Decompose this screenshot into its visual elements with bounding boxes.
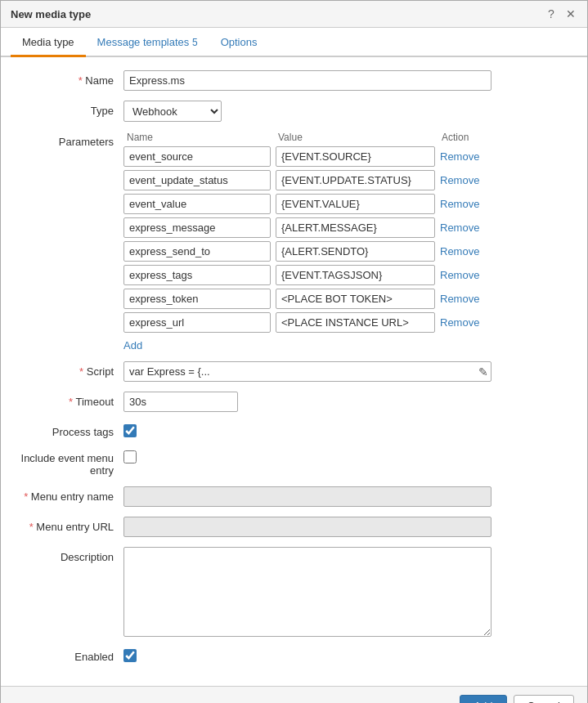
- parameters-row: Parameters Name Value Action RemoveRemov…: [17, 132, 571, 352]
- script-input[interactable]: [123, 361, 491, 382]
- param-name-input[interactable]: [123, 265, 271, 285]
- tab-media-type[interactable]: Media type: [11, 28, 86, 57]
- remove-param-link[interactable]: Remove: [440, 269, 479, 281]
- param-value-input[interactable]: [276, 217, 435, 238]
- description-textarea[interactable]: [123, 547, 491, 637]
- param-name-input[interactable]: [123, 146, 271, 167]
- timeout-label: Timeout: [17, 392, 123, 408]
- message-templates-badge: 5: [192, 37, 198, 48]
- table-row: Remove: [123, 146, 571, 167]
- menu-entry-name-label: Menu entry name: [17, 486, 123, 503]
- param-name-input[interactable]: [123, 289, 271, 309]
- tab-options[interactable]: Options: [209, 28, 269, 57]
- include-event-checkbox[interactable]: [123, 450, 137, 463]
- type-select[interactable]: Webhook Email SMS Script Jabber Ez Texti…: [123, 101, 222, 122]
- param-value-input[interactable]: [276, 289, 435, 309]
- timeout-row: Timeout: [17, 392, 571, 412]
- table-row: Remove: [123, 265, 571, 285]
- type-row: Type Webhook Email SMS Script Jabber Ez …: [17, 101, 571, 122]
- remove-param-link[interactable]: Remove: [440, 150, 479, 163]
- menu-entry-url-label: Menu entry URL: [17, 517, 123, 533]
- remove-param-link[interactable]: Remove: [440, 293, 479, 305]
- tabs-bar: Media type Message templates 5 Options: [1, 28, 587, 57]
- param-value-input[interactable]: [276, 265, 435, 285]
- form-body: Name Type Webhook Email SMS Script Jabbe…: [1, 57, 587, 686]
- parameters-label: Parameters: [17, 132, 123, 148]
- dialog-footer: Add Cancel: [1, 686, 587, 703]
- description-row: Description: [17, 547, 571, 637]
- close-icon[interactable]: ✕: [564, 7, 577, 20]
- dialog-title: New media type: [11, 8, 91, 20]
- param-name-input[interactable]: [123, 241, 271, 262]
- table-row: Remove: [123, 194, 571, 214]
- script-edit-icon[interactable]: ✎: [478, 365, 488, 378]
- param-value-input[interactable]: [276, 170, 435, 190]
- menu-entry-url-row: Menu entry URL: [17, 517, 571, 537]
- menu-entry-name-row: Menu entry name: [17, 486, 571, 507]
- param-name-input[interactable]: [123, 170, 271, 190]
- tab-message-templates[interactable]: Message templates 5: [86, 28, 209, 57]
- enabled-row: Enabled: [17, 647, 571, 663]
- param-value-input[interactable]: [276, 241, 435, 262]
- enabled-checkbox[interactable]: [123, 649, 137, 662]
- include-event-row: Include event menu entry: [17, 448, 571, 477]
- name-label: Name: [17, 70, 123, 87]
- script-container: ✎: [123, 361, 491, 382]
- cancel-button[interactable]: Cancel: [514, 695, 574, 703]
- menu-entry-name-input[interactable]: [123, 486, 491, 507]
- dialog-header: New media type ? ✕: [1, 1, 587, 28]
- table-row: Remove: [123, 312, 571, 333]
- name-row: Name: [17, 70, 571, 91]
- param-name-input[interactable]: [123, 194, 271, 214]
- include-event-label: Include event menu entry: [17, 448, 123, 477]
- param-value-input[interactable]: [276, 194, 435, 214]
- type-label: Type: [17, 101, 123, 117]
- add-param-link[interactable]: Add: [123, 339, 142, 352]
- process-tags-wrap: [123, 422, 137, 437]
- params-list: RemoveRemoveRemoveRemoveRemoveRemoveRemo…: [123, 146, 571, 333]
- enabled-wrap: [123, 647, 137, 662]
- menu-entry-url-input[interactable]: [123, 517, 491, 537]
- param-value-input[interactable]: [276, 312, 435, 333]
- add-param-row: Add: [123, 336, 571, 352]
- add-button[interactable]: Add: [460, 695, 506, 703]
- params-col-name-header: Name: [123, 132, 275, 143]
- table-row: Remove: [123, 241, 571, 262]
- table-row: Remove: [123, 170, 571, 190]
- params-col-action-header: Action: [438, 132, 504, 143]
- remove-param-link[interactable]: Remove: [440, 198, 479, 210]
- process-tags-row: Process tags: [17, 422, 571, 438]
- new-media-type-dialog: New media type ? ✕ Media type Message te…: [0, 0, 588, 703]
- header-icons: ? ✕: [545, 7, 577, 20]
- parameters-area: Name Value Action RemoveRemoveRemoveRemo…: [123, 132, 571, 352]
- table-row: Remove: [123, 289, 571, 309]
- script-label: Script: [17, 361, 123, 378]
- timeout-input[interactable]: [123, 392, 238, 412]
- remove-param-link[interactable]: Remove: [440, 222, 479, 234]
- name-input[interactable]: [123, 70, 491, 91]
- remove-param-link[interactable]: Remove: [440, 316, 479, 329]
- params-col-value-header: Value: [275, 132, 438, 143]
- param-value-input[interactable]: [276, 146, 435, 167]
- script-row: Script ✎: [17, 361, 571, 382]
- description-label: Description: [17, 547, 123, 563]
- remove-param-link[interactable]: Remove: [440, 174, 479, 186]
- params-header: Name Value Action: [123, 132, 571, 143]
- table-row: Remove: [123, 217, 571, 238]
- enabled-label: Enabled: [17, 647, 123, 663]
- param-name-input[interactable]: [123, 217, 271, 238]
- help-icon[interactable]: ?: [545, 7, 558, 20]
- process-tags-checkbox[interactable]: [123, 424, 137, 437]
- remove-param-link[interactable]: Remove: [440, 245, 479, 257]
- include-event-wrap: [123, 448, 137, 463]
- param-name-input[interactable]: [123, 312, 271, 333]
- process-tags-label: Process tags: [17, 422, 123, 438]
